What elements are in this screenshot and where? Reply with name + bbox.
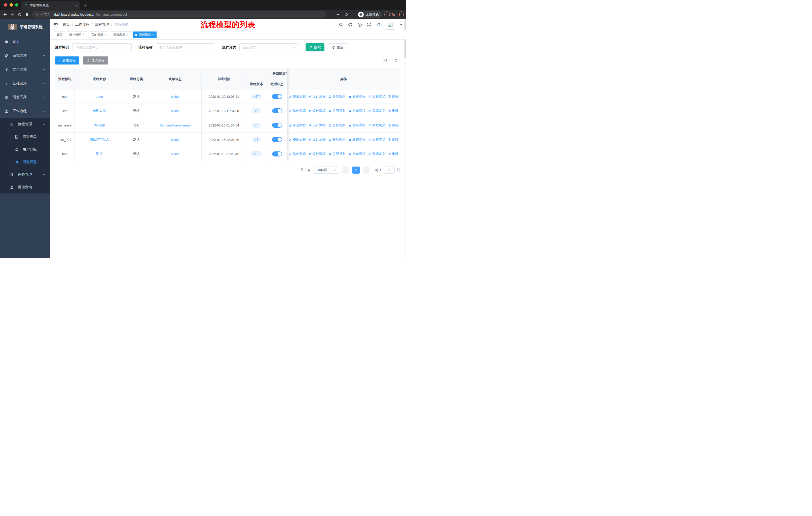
active-toggle[interactable] xyxy=(272,123,282,128)
page-scrollbar[interactable] xyxy=(404,19,406,258)
form-info-link[interactable]: biubiu xyxy=(171,109,180,113)
form-info-link[interactable]: biubiu xyxy=(171,138,180,142)
page-size-select[interactable]: 10条/页 xyxy=(314,166,339,173)
action-删除[interactable]: 删除 xyxy=(388,123,399,128)
action-删除[interactable]: 删除 xyxy=(388,94,399,99)
reset-button[interactable]: 重置 xyxy=(328,43,347,51)
action-设计流程[interactable]: 设计流程 xyxy=(309,94,326,99)
browser-update-button[interactable]: 更新 ⋮ xyxy=(384,11,404,18)
search-icon[interactable] xyxy=(339,22,343,27)
sidebar-item-用户分组[interactable]: 用户分组 xyxy=(0,143,50,156)
close-window-button[interactable] xyxy=(4,3,7,6)
close-icon[interactable]: × xyxy=(127,33,128,36)
action-分配规则[interactable]: 分配规则 xyxy=(328,94,346,99)
sidebar-item-流程管理[interactable]: 流程管理 xyxy=(0,118,50,131)
close-icon[interactable]: × xyxy=(152,33,154,36)
github-icon[interactable] xyxy=(348,22,353,27)
action-发布流程[interactable]: 发布流程 xyxy=(348,123,366,128)
action-设计流程[interactable]: 设计流程 xyxy=(309,123,326,128)
active-toggle[interactable] xyxy=(272,108,282,113)
active-toggle[interactable] xyxy=(272,137,282,142)
tab-流程表单[interactable]: 流程表单× xyxy=(111,31,131,38)
sidebar-item-流程表单[interactable]: 流程表单 xyxy=(0,131,50,143)
prev-page-button[interactable]: ‹ xyxy=(342,166,349,173)
action-修改流程[interactable]: 修改流程 xyxy=(289,94,306,99)
action-修改流程[interactable]: 修改流程 xyxy=(289,152,306,156)
goto-page-input[interactable]: 1 xyxy=(384,166,395,173)
process-name-link[interactable]: OA 请假 xyxy=(93,123,106,127)
breadcrumb-item-工作流程[interactable]: 工作流程 xyxy=(75,22,89,27)
process-name-link[interactable]: 滔博 xyxy=(96,152,103,156)
sidebar-item-工作流程[interactable]: 工作流程 xyxy=(0,104,50,118)
next-page-button[interactable]: › xyxy=(363,166,370,173)
process-name-link[interactable]: eeee xyxy=(96,95,103,99)
form-info-link[interactable]: biubiu xyxy=(171,95,180,99)
action-删除[interactable]: 删除 xyxy=(388,109,399,113)
action-流程定义[interactable]: 流程定义 xyxy=(368,152,385,156)
help-icon[interactable]: ? xyxy=(357,22,362,27)
sidebar-item-系统管理[interactable]: 系统管理 xyxy=(0,49,50,62)
close-icon[interactable]: × xyxy=(83,33,84,36)
tab-流程模型[interactable]: 流程模型× xyxy=(133,31,156,38)
avatar-caret-icon[interactable] xyxy=(400,24,403,25)
search-button[interactable]: 搜索 xyxy=(306,43,324,51)
action-设计流程[interactable]: 设计流程 xyxy=(309,137,326,142)
reload-icon[interactable] xyxy=(17,12,22,18)
action-分配规则[interactable]: 分配规则 xyxy=(328,109,346,113)
address-bar[interactable]: 不安全 dashboard.yudao.iocoder.cn/bpm/manag… xyxy=(32,11,326,18)
sidebar-item-基础设施[interactable]: 基础设施 xyxy=(0,76,50,90)
back-icon[interactable] xyxy=(2,12,8,18)
sidebar-item-支付管理[interactable]: ¥支付管理 xyxy=(0,62,50,76)
tab-我的流程[interactable]: 我的流程× xyxy=(89,31,109,38)
sidebar-item-请假查询[interactable]: 请假查询 xyxy=(0,181,50,193)
browser-tab[interactable]: 芋道管理系统 × xyxy=(21,1,80,10)
action-删除[interactable]: 删除 xyxy=(388,137,399,142)
action-发布流程[interactable]: 发布流程 xyxy=(348,152,366,156)
action-设计流程[interactable]: 设计流程 xyxy=(309,152,326,156)
action-修改流程[interactable]: 修改流程 xyxy=(289,109,306,113)
security-label[interactable]: 不安全 xyxy=(40,12,50,17)
action-分配规则[interactable]: 分配规则 xyxy=(328,152,346,156)
active-toggle[interactable] xyxy=(272,94,282,99)
process-name-link[interactable]: 测试多审批人 xyxy=(90,138,109,141)
sidebar-item-任务管理[interactable]: 任务管理 xyxy=(0,168,50,181)
sidebar-item-研发工具[interactable]: 研发工具 xyxy=(0,90,50,104)
action-设计流程[interactable]: 设计流程 xyxy=(309,109,326,113)
breadcrumb-item-首页[interactable]: 首页 xyxy=(63,22,70,27)
minimize-window-button[interactable] xyxy=(9,3,13,6)
forward-icon[interactable] xyxy=(9,12,15,18)
action-分配规则[interactable]: 分配规则 xyxy=(328,137,346,142)
action-修改流程[interactable]: 修改流程 xyxy=(289,137,306,142)
action-流程定义[interactable]: 流程定义 xyxy=(368,123,385,128)
form-info-link[interactable]: biubiu xyxy=(171,152,180,156)
table-refresh-button[interactable] xyxy=(393,57,400,64)
active-toggle[interactable] xyxy=(272,152,282,157)
action-删除[interactable]: 删除 xyxy=(388,152,399,156)
filter-select-category[interactable]: 流程分类 xyxy=(239,43,299,51)
page-number-1[interactable]: 1 xyxy=(352,166,360,173)
table-search-toggle-button[interactable] xyxy=(382,57,389,64)
action-流程定义[interactable]: 流程定义 xyxy=(368,94,385,99)
update-label[interactable]: 更新 xyxy=(388,12,395,17)
maximize-window-button[interactable] xyxy=(15,3,18,6)
tab-首页[interactable]: 首页 xyxy=(54,31,65,38)
process-name-link[interactable]: 自己审批 xyxy=(93,109,106,113)
import-process-button[interactable]: 导入流程 xyxy=(83,56,108,64)
font-size-icon[interactable]: ᴛT xyxy=(376,23,380,26)
breadcrumb-item-流程管理[interactable]: 流程管理 xyxy=(95,22,109,27)
action-发布流程[interactable]: 发布流程 xyxy=(348,109,366,113)
action-分配规则[interactable]: 分配规则 xyxy=(328,123,346,128)
close-icon[interactable]: × xyxy=(105,33,106,36)
browser-menu-kebab-icon[interactable]: ⋮ xyxy=(398,12,401,17)
tab-close-icon[interactable]: × xyxy=(75,3,77,7)
sidebar-item-流程模型[interactable]: 流程模型 xyxy=(0,156,50,168)
filter-input-name[interactable]: 请输入流程名称 xyxy=(156,43,215,51)
action-修改流程[interactable]: 修改流程 xyxy=(289,123,306,128)
filter-input-key[interactable]: 请输入流程标识 xyxy=(72,43,132,51)
key-icon[interactable] xyxy=(335,12,340,17)
bookmark-star-icon[interactable] xyxy=(344,12,348,17)
action-流程定义[interactable]: 流程定义 xyxy=(368,109,385,113)
tab-租户管理[interactable]: 租户管理× xyxy=(67,31,87,38)
action-流程定义[interactable]: 流程定义 xyxy=(368,137,385,142)
form-info-link[interactable]: /bpm/oa/leave/create xyxy=(160,124,190,127)
